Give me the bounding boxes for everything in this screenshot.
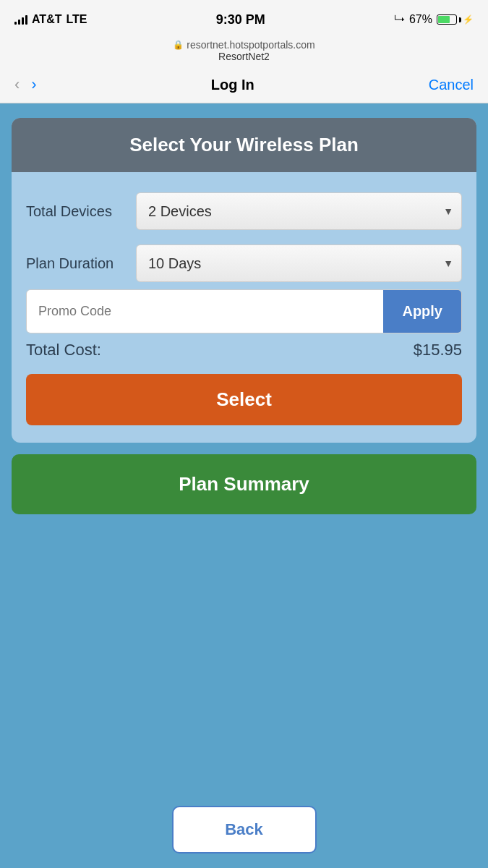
plan-card-header: Select Your Wireless Plan [12,118,476,172]
page-title: Log In [211,77,254,93]
plan-duration-label: Plan Duration [26,255,127,272]
forward-arrow-button[interactable]: › [31,75,36,94]
main-content: Select Your Wireless Plan Total Devices … [0,103,488,806]
promo-row: Apply [26,289,462,333]
battery-percent-label: 67% [409,13,432,26]
total-cost-row: Total Cost: $15.95 [12,333,476,367]
back-arrow-button[interactable]: ‹ [14,75,20,94]
carrier-label: AT&T [32,13,61,26]
select-plan-button[interactable]: Select [26,374,462,425]
apply-button[interactable]: Apply [383,290,461,333]
back-button-wrapper: Back [0,806,488,868]
back-button[interactable]: Back [172,806,317,854]
network-type-label: LTE [66,13,87,26]
promo-code-input[interactable] [27,290,383,333]
status-left: AT&T LTE [14,13,87,26]
url-bar: 🔒 resortnet.hotspotportals.com ResortNet… [0,36,488,68]
total-cost-label: Total Cost: [26,341,101,359]
total-cost-amount: $15.95 [414,341,462,359]
lock-icon: 🔒 [173,40,184,50]
status-right: ⮡ 67% ⚡ [394,13,474,26]
url-subtitle: ResortNet2 [14,51,474,62]
devices-select[interactable]: 1 Device 2 Devices 3 Devices 4 Devices 5… [136,192,462,230]
nav-bar: ‹ › Log In Cancel [0,68,488,103]
duration-select-wrapper: 1 Day 3 Days 5 Days 7 Days 10 Days 14 Da… [136,244,462,282]
battery-icon: ⚡ [437,14,474,25]
devices-select-wrapper: 1 Device 2 Devices 3 Devices 4 Devices 5… [136,192,462,230]
status-bar: AT&T LTE 9:30 PM ⮡ 67% ⚡ [0,0,488,36]
url-text: resortnet.hotspotportals.com [187,39,314,51]
duration-select[interactable]: 1 Day 3 Days 5 Days 7 Days 10 Days 14 Da… [136,244,462,282]
status-time: 9:30 PM [216,12,265,27]
plan-body: Total Devices 1 Device 2 Devices 3 Devic… [12,172,476,289]
cancel-button[interactable]: Cancel [429,77,474,93]
plan-summary-button[interactable]: Plan Summary [12,454,476,514]
nav-arrows: ‹ › [14,75,37,94]
signal-icon [14,14,27,25]
charging-icon: ⚡ [463,14,474,25]
location-icon: ⮡ [394,14,405,26]
total-devices-label: Total Devices [26,203,127,220]
plan-card-title: Select Your Wireless Plan [129,134,359,156]
total-devices-row: Total Devices 1 Device 2 Devices 3 Devic… [26,192,462,230]
plan-card: Select Your Wireless Plan Total Devices … [12,118,476,443]
plan-duration-row: Plan Duration 1 Day 3 Days 5 Days 7 Days… [26,244,462,282]
